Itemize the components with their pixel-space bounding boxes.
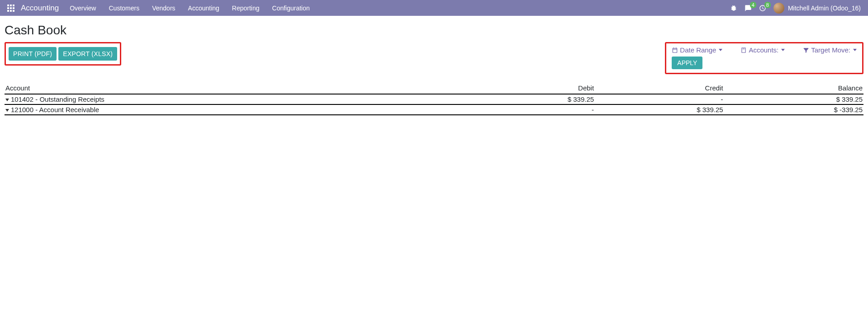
- table-row[interactable]: 121000 - Account Receivable - $ 339.25 $…: [5, 104, 863, 115]
- activities-badge: 8: [764, 2, 771, 8]
- activities-icon[interactable]: 8: [759, 5, 766, 12]
- top-navbar: Accounting Overview Customers Vendors Ac…: [0, 0, 868, 16]
- nav-menu: Overview Customers Vendors Accounting Re…: [70, 5, 310, 12]
- cell-debit: -: [466, 104, 595, 115]
- table-row[interactable]: 101402 - Outstanding Receipts $ 339.25 -…: [5, 94, 863, 104]
- apps-icon[interactable]: [7, 5, 14, 12]
- chevron-down-icon: [853, 49, 857, 51]
- cell-account: 101402 - Outstanding Receipts: [11, 95, 104, 103]
- nav-customers[interactable]: Customers: [109, 5, 139, 12]
- col-balance: Balance: [724, 82, 863, 94]
- cell-balance: $ -339.25: [724, 104, 863, 115]
- apply-button[interactable]: APPLY: [672, 57, 702, 69]
- print-pdf-button[interactable]: PRINT (PDF): [9, 47, 57, 61]
- export-xlsx-button[interactable]: EXPORT (XLSX): [58, 47, 117, 61]
- cell-credit: $ 339.25: [595, 104, 724, 115]
- app-title[interactable]: Accounting: [21, 4, 59, 13]
- nav-configuration[interactable]: Configuration: [272, 5, 310, 12]
- target-move-dropdown[interactable]: Target Move:: [803, 46, 857, 54]
- export-buttons-group: PRINT (PDF) EXPORT (XLSX): [5, 42, 121, 66]
- nav-vendors[interactable]: Vendors: [152, 5, 175, 12]
- nav-accounting[interactable]: Accounting: [188, 5, 219, 12]
- calendar-icon: [672, 47, 678, 53]
- user-name-label: Mitchell Admin (Odoo_16): [788, 5, 861, 12]
- messages-badge: 4: [750, 2, 756, 8]
- row-caret-icon[interactable]: [5, 99, 9, 101]
- filter-panel: Date Range Accounts: Target Move: APPLY: [665, 42, 863, 74]
- row-caret-icon[interactable]: [5, 109, 9, 112]
- messages-icon[interactable]: 4: [745, 5, 752, 12]
- user-menu[interactable]: Mitchell Admin (Odoo_16): [773, 3, 861, 14]
- filter-icon: [803, 47, 809, 53]
- nav-reporting[interactable]: Reporting: [232, 5, 260, 12]
- cash-book-table: Account Debit Credit Balance 101402 - Ou…: [5, 82, 863, 115]
- cell-balance: $ 339.25: [724, 94, 863, 104]
- date-range-label: Date Range: [680, 46, 716, 54]
- chevron-down-icon: [719, 49, 722, 51]
- col-debit: Debit: [466, 82, 595, 94]
- chevron-down-icon: [781, 49, 785, 51]
- col-account: Account: [5, 82, 466, 94]
- col-credit: Credit: [595, 82, 724, 94]
- page-title: Cash Book: [5, 23, 863, 38]
- cell-debit: $ 339.25: [466, 94, 595, 104]
- cell-credit: -: [595, 94, 724, 104]
- cell-account: 121000 - Account Receivable: [11, 106, 99, 113]
- accounts-dropdown[interactable]: Accounts:: [740, 46, 785, 54]
- bug-icon[interactable]: [730, 5, 737, 12]
- target-move-label: Target Move:: [811, 46, 850, 54]
- avatar: [773, 3, 784, 14]
- nav-overview[interactable]: Overview: [70, 5, 96, 12]
- accounts-label: Accounts:: [749, 46, 778, 54]
- date-range-dropdown[interactable]: Date Range: [672, 46, 722, 54]
- book-icon: [740, 47, 747, 53]
